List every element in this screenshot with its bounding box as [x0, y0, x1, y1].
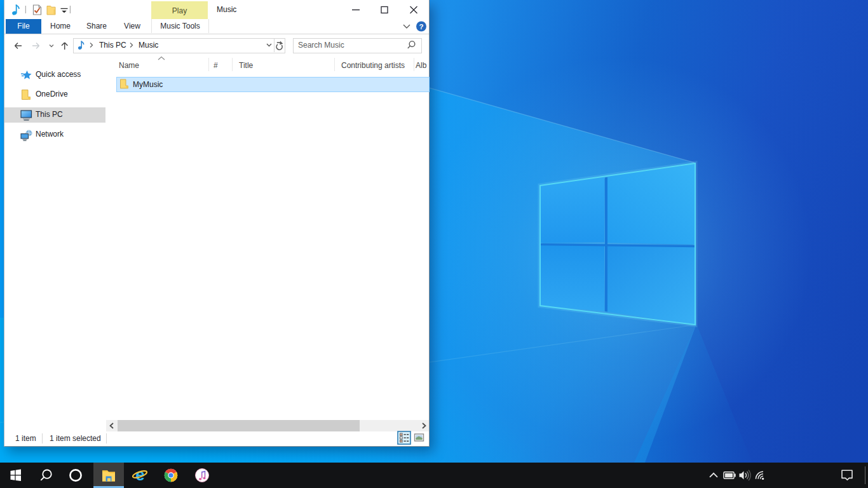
svg-text:This PC: This PC	[99, 41, 126, 50]
svg-text:?: ?	[419, 23, 423, 30]
svg-text:e: e	[135, 465, 144, 484]
svg-text:Music: Music	[139, 41, 158, 50]
